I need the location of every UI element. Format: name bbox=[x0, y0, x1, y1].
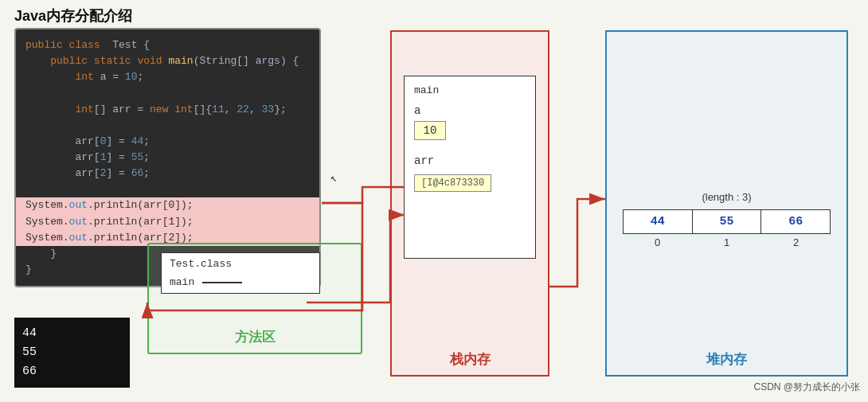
heap-cells: 44 55 66 bbox=[623, 209, 831, 234]
arrow-stack-to-heap bbox=[549, 199, 605, 287]
heap-cell-2: 66 bbox=[761, 210, 830, 233]
stack-label: 栈内存 bbox=[450, 350, 491, 369]
heap-length: (length : 3) bbox=[623, 191, 831, 203]
method-area-class: Test.class bbox=[170, 258, 311, 270]
method-area-method: main bbox=[170, 276, 311, 288]
stack-area: main a 10 arr [I@4c873330 栈内存 bbox=[390, 30, 549, 377]
heap-cell-1: 55 bbox=[693, 210, 762, 233]
var-arr-value: [I@4c873330 bbox=[414, 174, 491, 192]
watermark: CSDN @努力成长的小张 bbox=[753, 381, 860, 394]
heap-cell-0: 44 bbox=[624, 210, 693, 233]
heap-index-2: 2 bbox=[761, 236, 831, 248]
heap-index-1: 1 bbox=[692, 236, 761, 248]
console-line-2: 55 bbox=[22, 343, 122, 362]
method-area-label: 方法区 bbox=[235, 328, 276, 346]
console-line-1: 44 bbox=[22, 324, 122, 343]
method-area-inner: Test.class main bbox=[161, 252, 320, 294]
var-arr-label: arr bbox=[414, 154, 526, 167]
method-area: Test.class main 方法区 bbox=[147, 243, 362, 354]
cursor: ↖ bbox=[330, 171, 337, 185]
console-line-3: 66 bbox=[22, 362, 122, 381]
heap-index-0: 0 bbox=[623, 236, 692, 248]
heap-label: 堆内存 bbox=[706, 350, 747, 369]
page-title: Java内存分配介绍 bbox=[14, 6, 132, 25]
heap-indices: 0 1 2 bbox=[623, 236, 831, 248]
var-a-value: 10 bbox=[414, 121, 446, 140]
var-a-label: a bbox=[414, 104, 526, 117]
stack-main-label: main bbox=[414, 84, 526, 96]
heap-array: (length : 3) 44 55 66 0 1 2 bbox=[623, 191, 831, 248]
console-output: 44 55 66 bbox=[14, 318, 130, 388]
heap-area: (length : 3) 44 55 66 0 1 2 堆内存 bbox=[605, 30, 848, 377]
stack-inner: main a 10 arr [I@4c873330 bbox=[404, 76, 536, 259]
main-container: Java内存分配介绍 public class Test { public st… bbox=[0, 0, 868, 402]
